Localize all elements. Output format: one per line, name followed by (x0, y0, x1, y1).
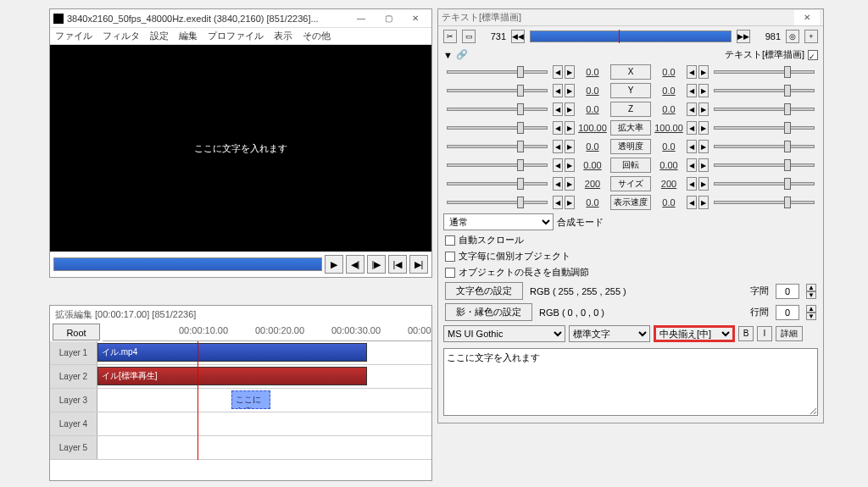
inc-right[interactable]: ▶ (698, 158, 709, 172)
value-right[interactable]: 0.0 (653, 141, 685, 152)
bold-button[interactable]: B (738, 326, 754, 341)
slider-left[interactable] (447, 89, 548, 92)
slider-right[interactable] (714, 126, 815, 130)
inc-left[interactable]: ▶ (565, 140, 575, 153)
cut-icon[interactable]: ✂ (443, 30, 457, 43)
maximize-button[interactable]: ▢ (376, 11, 401, 26)
dec-right[interactable]: ◀ (687, 140, 697, 153)
dec-right[interactable]: ◀ (687, 196, 697, 209)
dec-left[interactable]: ◀ (553, 140, 563, 153)
slider-right[interactable] (714, 89, 815, 92)
dec-left[interactable]: ◀ (553, 65, 563, 79)
inc-right[interactable]: ▶ (698, 177, 709, 191)
dec-left[interactable]: ◀ (553, 121, 563, 135)
slider-left[interactable] (447, 182, 548, 185)
param-name[interactable]: Y (610, 83, 651, 98)
text-color-button[interactable]: 文字色の設定 (445, 282, 523, 300)
param-name[interactable]: 表示速度 (610, 195, 651, 210)
dec-right[interactable]: ◀ (687, 84, 697, 97)
clip[interactable]: イル.mp4 (97, 343, 367, 362)
menu-settings[interactable]: 設定 (150, 30, 169, 42)
inc-left[interactable]: ▶ (565, 65, 575, 79)
props-titlebar[interactable]: テキスト[標準描画] ✕ (438, 9, 823, 26)
progress-bar[interactable] (53, 257, 322, 271)
param-name[interactable]: 回転 (610, 158, 651, 173)
value-right[interactable]: 0.0 (653, 86, 685, 96)
slider-left[interactable] (447, 126, 548, 130)
dec-left[interactable]: ◀ (553, 84, 563, 97)
value-right[interactable]: 200 (653, 179, 685, 189)
track[interactable]: ここに文字 (97, 389, 431, 412)
inc-left[interactable]: ▶ (565, 84, 575, 97)
close-button[interactable]: ✕ (403, 11, 428, 26)
param-name[interactable]: Z (610, 102, 651, 117)
add-button[interactable]: + (804, 30, 818, 43)
layer-name[interactable]: Layer 5 (50, 436, 97, 459)
slider-left[interactable] (447, 70, 548, 74)
track[interactable]: イル[標準再生] (97, 365, 431, 388)
text-input[interactable]: ここに文字を入れます (443, 348, 818, 416)
value-right[interactable]: 0.0 (653, 197, 685, 208)
inc-left[interactable]: ▶ (565, 102, 575, 116)
dec-right[interactable]: ◀ (687, 121, 697, 135)
minimize-button[interactable]: — (348, 11, 374, 26)
chk-perchar[interactable] (445, 252, 455, 262)
layer-name[interactable]: Layer 4 (50, 412, 97, 435)
menu-edit[interactable]: 編集 (179, 30, 198, 42)
inc-left[interactable]: ▶ (565, 196, 575, 209)
slider-right[interactable] (714, 70, 815, 74)
inc-right[interactable]: ▶ (698, 121, 709, 135)
value-left[interactable]: 0.0 (576, 67, 609, 77)
inc-left[interactable]: ▶ (565, 121, 575, 135)
shadow-color-button[interactable]: 影・縁色の設定 (445, 303, 532, 321)
menu-view[interactable]: 表示 (274, 30, 292, 42)
value-right[interactable]: 100.00 (653, 123, 685, 133)
dec-left[interactable]: ◀ (553, 177, 563, 191)
value-right[interactable]: 0.0 (653, 67, 685, 77)
blend-mode-select[interactable]: 通常 (443, 213, 554, 230)
ruler[interactable]: 00:00:10.00 00:00:20.00 00:00:30.00 00:0… (103, 323, 431, 341)
value-right[interactable]: 0.0 (653, 104, 685, 114)
line-input[interactable] (776, 305, 799, 320)
value-left[interactable]: 200 (576, 179, 609, 189)
slider-right[interactable] (714, 163, 815, 167)
chk-autoscroll[interactable] (445, 235, 455, 246)
track[interactable] (97, 412, 431, 435)
enable-checkbox[interactable] (808, 50, 818, 60)
inc-right[interactable]: ▶ (698, 140, 709, 153)
layer-name[interactable]: Layer 3 (50, 389, 97, 412)
slider-right[interactable] (714, 201, 815, 204)
collapse-icon[interactable]: ▼ (443, 50, 453, 60)
chk-autolength[interactable] (445, 268, 455, 278)
value-left[interactable]: 0.0 (576, 197, 609, 208)
menu-filter[interactable]: フィルタ (103, 30, 140, 42)
dec-left[interactable]: ◀ (553, 102, 563, 116)
param-name[interactable]: 透明度 (610, 139, 651, 154)
param-name[interactable]: X (610, 64, 651, 80)
inc-right[interactable]: ▶ (698, 102, 709, 116)
next-frame-button[interactable]: ▶▶ (737, 30, 750, 43)
slider-right[interactable] (714, 108, 815, 111)
align-select[interactable]: 中央揃え[中] (654, 325, 735, 342)
line-down[interactable]: ▼ (806, 313, 816, 320)
play-button[interactable]: ▶ (325, 255, 343, 274)
link-icon[interactable]: 🔗 (456, 49, 468, 60)
value-right[interactable]: 0.00 (653, 160, 685, 170)
param-name[interactable]: 拡大率 (610, 120, 651, 136)
menu-file[interactable]: ファイル (55, 30, 92, 42)
props-close-button[interactable]: ✕ (794, 10, 820, 25)
step-back-button[interactable]: ◀| (346, 255, 364, 274)
frame-bar[interactable] (530, 30, 732, 42)
value-left[interactable]: 0.00 (576, 160, 609, 170)
dec-left[interactable]: ◀ (553, 158, 563, 172)
slider-left[interactable] (447, 201, 548, 204)
slider-right[interactable] (714, 182, 815, 185)
track[interactable]: イル.mp4 (97, 341, 431, 364)
inc-right[interactable]: ▶ (698, 84, 709, 97)
track[interactable] (97, 436, 431, 459)
weight-select[interactable]: 標準文字 (569, 325, 650, 342)
value-left[interactable]: 0.0 (576, 86, 609, 96)
slider-right[interactable] (714, 145, 815, 148)
inc-right[interactable]: ▶ (698, 196, 709, 209)
value-left[interactable]: 0.0 (576, 141, 609, 152)
